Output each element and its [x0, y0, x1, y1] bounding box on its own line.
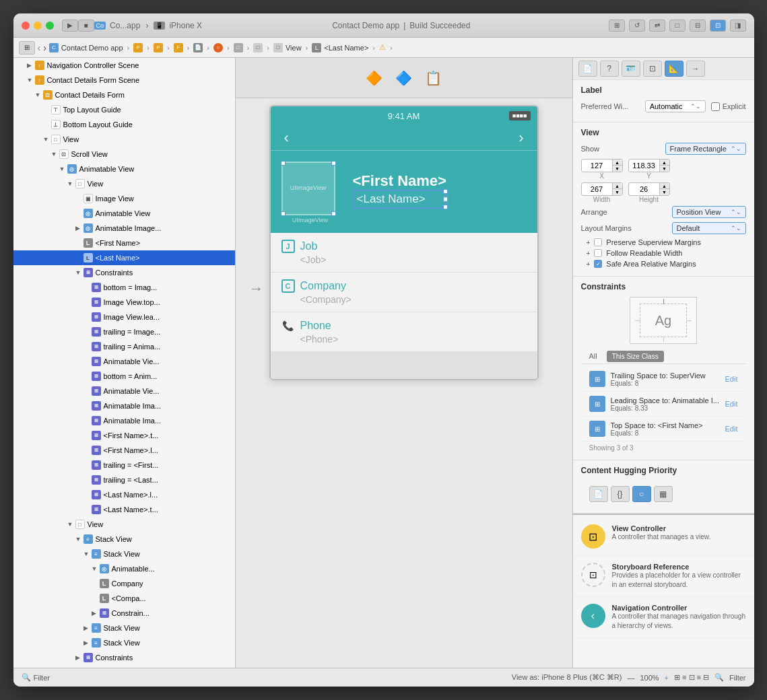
tree-item-last-name[interactable]: L <Last Name> — [13, 250, 235, 265]
navigator-toggle[interactable]: ◨ — [730, 20, 746, 32]
h-up[interactable]: ▲ — [660, 183, 669, 189]
w-input[interactable] — [582, 184, 612, 195]
preserve-superview-checkbox[interactable] — [594, 238, 602, 246]
toolbar-icon-3[interactable]: 📋 — [424, 69, 443, 88]
tree-item-c5[interactable]: ⊞ trailing = Anima... — [13, 339, 235, 354]
tree-item-c3[interactable]: ⊞ Image View.lea... — [13, 310, 235, 324]
tree-item-constrain2[interactable]: ▶ ⊞ Constrain... — [13, 606, 235, 621]
tree-item-company-l[interactable]: L Company — [13, 576, 235, 591]
tree-item-c15[interactable]: ⊞ <Last Name>.l... — [13, 487, 235, 502]
tree-item-c4[interactable]: ⊞ trailing = Image... — [13, 324, 235, 339]
storyboard-canvas[interactable]: → 9:41 AM ■■■■ ‹ › — [236, 98, 572, 668]
tree-item-c13[interactable]: ⊞ trailing = <First... — [13, 458, 235, 473]
back-arrow[interactable]: ‹ — [38, 42, 41, 53]
toolbar-icon-2[interactable]: 🔷 — [395, 69, 413, 88]
tree-item-animatable-view2[interactable]: ◎ Animatable View — [13, 206, 235, 221]
x-input[interactable] — [582, 160, 612, 171]
maximize-button[interactable] — [46, 22, 54, 30]
safe-area-checkbox[interactable]: ✓ — [594, 260, 602, 268]
tree-item-contact-scene[interactable]: ▼ ↑ Contact Details Form Scene — [13, 73, 235, 88]
w-up[interactable]: ▲ — [613, 183, 622, 189]
tree-item-c12[interactable]: ⊞ <First Name>.l... — [13, 443, 235, 458]
follow-readable-checkbox[interactable] — [594, 249, 602, 257]
tree-item-contact-form[interactable]: ▼ ⊡ Contact Details Form — [13, 88, 235, 102]
tree-item-c8[interactable]: ⊞ Animatable Vie... — [13, 384, 235, 398]
tree-item-c6[interactable]: ⊞ Animatable Vie... — [13, 354, 235, 369]
x-up[interactable]: ▲ — [613, 160, 622, 166]
c14-label: trailing = <Last... — [104, 476, 158, 484]
tree-item-nav-controller[interactable]: ▶ ↑ Navigation Controller Scene — [13, 58, 235, 73]
tree-item-compa-l[interactable]: L <Compa... — [13, 591, 235, 606]
tree-item-bottom-layout[interactable]: ⊥ Bottom Layout Guide — [13, 117, 235, 132]
zoom-plus[interactable]: + — [665, 674, 669, 682]
tree-item-c11[interactable]: ⊞ <First Name>.t... — [13, 428, 235, 443]
tab-all[interactable]: All — [581, 349, 605, 363]
tree-item-stack-view3[interactable]: ▶ ≡ Stack View — [13, 621, 235, 635]
tree-item-c14[interactable]: ⊞ trailing = <Last... — [13, 473, 235, 487]
tree-item-c7[interactable]: ⊞ bottom = Anim... — [13, 369, 235, 384]
tree-item-stack-view[interactable]: ▼ ≡ Stack View — [13, 532, 235, 547]
arrange-select[interactable]: Position View ⌃⌄ — [672, 206, 746, 218]
layout-margins-select[interactable]: Default ⌃⌄ — [672, 222, 746, 234]
tree-item-image-view[interactable]: ▣ Image View — [13, 191, 235, 206]
tree-item-c9[interactable]: ⊞ Animatable Ima... — [13, 398, 235, 413]
close-button[interactable] — [22, 22, 30, 30]
y-input[interactable] — [629, 160, 659, 171]
constraint-top-edit[interactable]: Edit — [725, 425, 738, 433]
ch-icon-2[interactable]: {} — [611, 486, 630, 502]
constraint-leading-edit[interactable]: Edit — [725, 400, 738, 408]
tree-item-constraints[interactable]: ▼ ⊞ Constraints — [13, 265, 235, 280]
minimize-button[interactable] — [34, 22, 42, 30]
tree-item-view2[interactable]: ▼ □ View — [13, 176, 235, 191]
editor-split-icon[interactable]: ⊟ — [690, 20, 706, 32]
tree-item-first-name[interactable]: L <First Name> — [13, 236, 235, 250]
constraint-trailing-edit[interactable]: Edit — [725, 375, 738, 383]
editor-assistant-icon[interactable]: ⊡ — [710, 20, 726, 32]
scheme-stop-button[interactable]: ■ — [78, 20, 94, 32]
h-down[interactable]: ▼ — [660, 189, 669, 195]
scheme-run-button[interactable]: ▶ — [62, 20, 78, 32]
tree-item-c16[interactable]: ⊞ <Last Name>.t... — [13, 502, 235, 517]
tree-item-animatable-image[interactable]: ▶ ◎ Animatable Image... — [13, 221, 235, 236]
tree-item-view3[interactable]: ▼ □ View — [13, 517, 235, 532]
connections-inspector-btn[interactable]: → — [686, 61, 705, 77]
lastname-handle-mr — [443, 197, 448, 202]
tree-item-c2[interactable]: ⊞ Image View.top... — [13, 295, 235, 310]
forward-arrow[interactable]: › — [43, 42, 46, 53]
tree-item-c1[interactable]: ⊞ bottom = Imag... — [13, 280, 235, 295]
c4-icon: ⊞ — [92, 327, 101, 337]
identity-inspector-btn[interactable]: 🪪 — [622, 61, 640, 77]
tree-item-stack-view2[interactable]: ▼ ≡ Stack View — [13, 547, 235, 561]
tree-item-stack-view4[interactable]: ▶ ≡ Stack View — [13, 635, 235, 650]
tree-item-top-layout[interactable]: ⊤ Top Layout Guide — [13, 102, 235, 117]
ch-icon-4[interactable]: ▦ — [654, 486, 673, 502]
y-down[interactable]: ▼ — [660, 166, 669, 172]
tree-item-view[interactable]: ▼ □ View — [13, 132, 235, 147]
grid-layout-icon[interactable]: ⊞ — [609, 20, 625, 32]
help-inspector-btn[interactable]: ? — [600, 61, 619, 77]
preferred-width-row: Preferred Wi... Automatic ⌃⌄ Explicit — [581, 100, 746, 112]
size-inspector-btn[interactable]: 📐 — [665, 61, 683, 77]
attributes-inspector-btn[interactable]: ⊡ — [643, 61, 662, 77]
tab-this-size-class[interactable]: This Size Class — [607, 351, 664, 362]
back-forward-icon[interactable]: ⇄ — [649, 20, 665, 32]
tree-item-scroll-view[interactable]: ▼ ⊡ Scroll View — [13, 147, 235, 162]
explicit-checkbox[interactable] — [711, 102, 720, 111]
toolbar-icon-1[interactable]: 🔶 — [365, 69, 384, 88]
y-up[interactable]: ▲ — [660, 160, 669, 166]
preferred-width-select[interactable]: Automatic ⌃⌄ — [645, 100, 706, 112]
source-control-icon[interactable]: ↺ — [629, 20, 645, 32]
ch-icon-1[interactable]: 📄 — [589, 486, 608, 502]
navigator-grid-button[interactable]: ⊞ — [19, 41, 35, 55]
tree-item-constraints2[interactable]: ▶ ⊞ Constraints — [13, 650, 235, 665]
x-down[interactable]: ▼ — [613, 166, 622, 172]
ch-icon-3[interactable]: ○ — [632, 486, 651, 502]
w-down[interactable]: ▼ — [613, 189, 622, 195]
editor-single-icon[interactable]: □ — [669, 20, 686, 32]
tree-item-c10[interactable]: ⊞ Animatable Ima... — [13, 413, 235, 428]
tree-item-animatable-view[interactable]: ▼ ◎ Animatable View — [13, 162, 235, 176]
file-inspector-btn[interactable]: 📄 — [578, 61, 597, 77]
h-input[interactable] — [629, 184, 659, 195]
tree-item-animatable2[interactable]: ▼ ◎ Animatable... — [13, 561, 235, 576]
show-select[interactable]: Frame Rectangle ⌃⌄ — [665, 143, 746, 155]
